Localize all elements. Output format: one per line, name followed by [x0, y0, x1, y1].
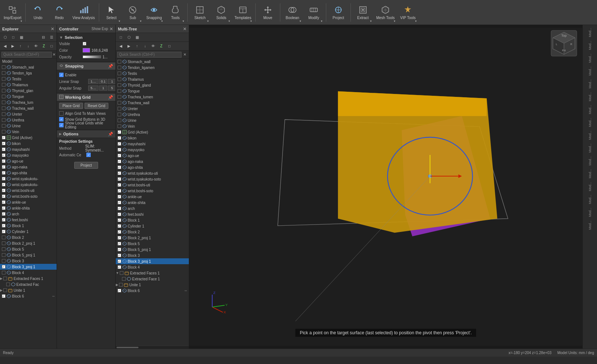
tree-checkbox[interactable] [118, 72, 121, 75]
tree-item[interactable]: ago-shita [0, 170, 57, 176]
multitree-search-clear[interactable]: ✕ [182, 52, 187, 57]
explorer-close[interactable]: ✕ [51, 26, 54, 32]
tree-checkbox[interactable] [118, 60, 121, 63]
tree-item[interactable]: ankle-ue [116, 194, 189, 200]
tree-item[interactable]: Extracted Face 1 [116, 276, 189, 282]
tree-checkbox[interactable] [2, 71, 6, 75]
tree-item[interactable]: bikon [0, 141, 57, 146]
tree-checkbox[interactable] [2, 236, 6, 239]
tb-project[interactable]: Project [328, 1, 349, 23]
tree-checkbox[interactable] [118, 207, 121, 210]
tree-checkbox[interactable] [2, 101, 6, 104]
tree-checkbox[interactable] [2, 259, 6, 263]
explorer-settings-icon[interactable]: ☰ [48, 34, 55, 41]
tree-item[interactable]: Block 5 [0, 246, 57, 252]
mt-back[interactable]: ◀ [117, 43, 125, 50]
tree-item[interactable]: Block 3_proj 1 [0, 264, 57, 270]
explorer-search-input[interactable] [1, 52, 52, 58]
tree-item[interactable]: Tendon_liga [0, 70, 57, 76]
right-mod15[interactable]: Mod... [588, 206, 592, 218]
tree-item[interactable]: Urine [116, 117, 189, 123]
tree-item[interactable]: Block 3 [0, 258, 57, 264]
show-exp-btn[interactable]: Show Exp [91, 27, 108, 31]
tree-item[interactable]: Block 5_proj 1 [116, 247, 189, 252]
tree-checkbox[interactable] [2, 136, 6, 139]
tree-item[interactable]: Ureter [0, 111, 57, 117]
tree-checkbox[interactable] [2, 200, 6, 204]
tree-checkbox[interactable] [118, 165, 121, 169]
explorer-new-icon[interactable]: ⬡ [1, 34, 9, 41]
tree-checkbox[interactable] [118, 113, 121, 116]
tree-item[interactable]: mayuyoko [116, 147, 189, 153]
options-expand[interactable] [59, 132, 62, 136]
right-mod13[interactable]: Mod... [588, 181, 592, 193]
opacity-bar[interactable] [83, 55, 101, 58]
multitree-search-input[interactable] [117, 52, 181, 58]
tree-item[interactable]: Cylinder 1 [0, 229, 57, 234]
mt-eye[interactable]: 👁 [150, 43, 157, 50]
tree-item[interactable]: Block 4 [116, 264, 189, 270]
tree-checkbox[interactable] [2, 130, 6, 134]
tree-checkbox[interactable] [118, 107, 121, 110]
tree-item[interactable]: arch [0, 211, 57, 217]
tree-checkbox[interactable] [2, 118, 6, 122]
tree-item[interactable]: Trachea_lum [0, 99, 57, 105]
tree-item[interactable]: ago-ue [116, 153, 189, 159]
angular-snap-val3[interactable] [108, 85, 116, 91]
tree-checkbox[interactable] [118, 224, 121, 228]
tb-undo[interactable]: Undo [28, 1, 48, 23]
tree-item[interactable]: Urethra [116, 112, 189, 117]
linear-snap-val3[interactable] [108, 79, 116, 84]
multitree-close[interactable]: ✕ [183, 26, 187, 32]
tree-checkbox[interactable] [118, 201, 121, 204]
linear-snap-val1[interactable] [88, 79, 98, 84]
tree-checkbox[interactable] [118, 77, 121, 81]
tree-item[interactable]: Tongue [0, 94, 57, 99]
tree-checkbox[interactable] [120, 271, 123, 275]
tree-checkbox[interactable] [118, 130, 121, 134]
tree-checkbox[interactable] [2, 112, 6, 116]
tree-item[interactable]: Block 1 [0, 223, 57, 229]
tree-item[interactable]: Block 1 [116, 217, 189, 223]
explorer-up[interactable]: ↑ [17, 43, 24, 50]
tb-imp-export[interactable]: Imp/Export ▼ [1, 1, 24, 23]
tree-item[interactable]: mayuhashi [116, 141, 189, 147]
color-swatch[interactable] [83, 48, 90, 52]
tb-extract[interactable]: Extract ▼ [353, 1, 373, 23]
right-mod11[interactable]: Mod... [588, 155, 592, 167]
right-mod16[interactable]: Mod... [588, 219, 592, 231]
tree-item[interactable]: Stomach_wall [116, 59, 189, 65]
tree-checkbox[interactable] [2, 212, 6, 216]
tree-item[interactable]: wrist.syakukotu-uti [116, 170, 189, 176]
view-cube[interactable]: Top R L Frt [549, 29, 579, 58]
tree-checkbox[interactable] [2, 265, 6, 269]
tree-checkbox[interactable] [118, 259, 121, 263]
enable-checkbox[interactable] [59, 73, 64, 77]
tree-item[interactable]: Trachea_wall [0, 105, 57, 111]
tree-checkbox[interactable] [2, 89, 6, 92]
tree-checkbox[interactable] [118, 124, 121, 128]
tree-item[interactable]: ankle-shita [116, 200, 189, 205]
tree-item[interactable]: ago-shita [116, 164, 189, 170]
tree-item[interactable]: ▶Extracted Faces 1 [0, 276, 57, 281]
multitree-tree[interactable]: Stomach_wall Tendon_ligamen Testis Thala… [116, 59, 189, 346]
tree-checkbox[interactable] [2, 65, 6, 69]
tree-checkbox[interactable] [118, 119, 121, 122]
visible-checkbox[interactable] [83, 42, 86, 46]
tree-checkbox[interactable] [2, 294, 6, 298]
mt-square[interactable]: □ [166, 43, 173, 50]
align-grid-checkbox[interactable] [59, 111, 64, 116]
tree-checkbox[interactable] [2, 165, 6, 169]
multitree-scrollbar[interactable] [116, 346, 189, 349]
tree-item[interactable]: Thalamus [0, 82, 57, 88]
angular-snap-val1[interactable] [88, 85, 98, 91]
tb-snapping[interactable]: Snapping ▼ [144, 1, 164, 23]
tree-item[interactable]: Vein [116, 123, 189, 129]
tree-checkbox[interactable] [2, 177, 6, 181]
right-mod14[interactable]: Mod... [588, 193, 592, 205]
tree-item[interactable]: Urine [0, 123, 57, 129]
show-buttons-checkbox[interactable] [59, 117, 64, 121]
mt-down[interactable]: ↓ [141, 43, 149, 50]
mt-view2[interactable]: ⬡ [125, 34, 133, 41]
mt-forward[interactable]: ▶ [125, 43, 133, 50]
